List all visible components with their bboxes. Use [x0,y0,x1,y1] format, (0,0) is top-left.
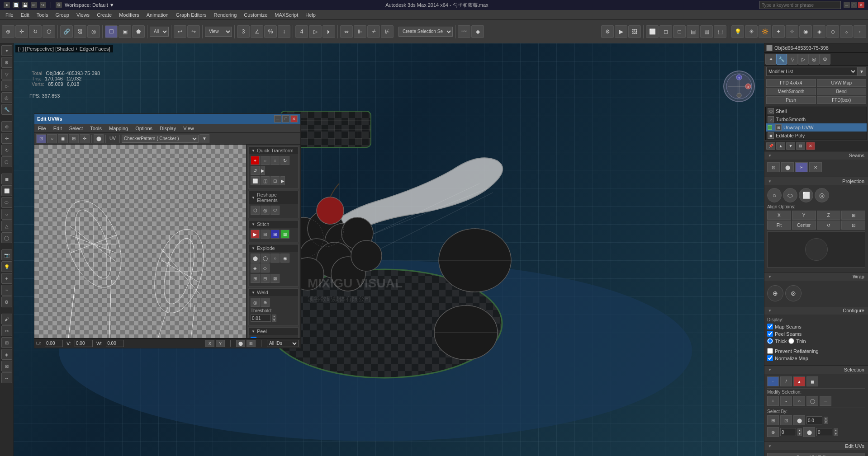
coord-y-btn[interactable]: Y [216,340,225,347]
seams-header[interactable]: Seams [764,151,868,160]
uvw-menu-mapping[interactable]: Mapping [105,124,132,132]
ex-btn8[interactable]: ⊟ [261,274,270,283]
threshold-input[interactable] [251,315,271,322]
s-btn1[interactable]: ▶ [251,230,260,239]
ex-btn1[interactable]: ⬤ [251,254,260,263]
uvw-tool-select[interactable]: ⊡ [36,134,46,143]
align-btn[interactable]: ⊫ [354,25,366,38]
select-filter[interactable]: All [150,27,169,37]
workspace-icon[interactable]: ⚙ [56,2,62,8]
poly-btn[interactable]: ◼ [1,174,12,184]
material-btn[interactable]: ◆ [471,25,484,38]
viewport-gizmo[interactable]: Y X [723,71,755,102]
view-select[interactable]: View [205,27,232,37]
thick-radio[interactable] [767,338,773,344]
cylinder-btn[interactable]: ⬭ [1,197,12,208]
light3-btn[interactable]: 🔆 [759,25,771,38]
reshape-header[interactable]: Reshape Elements [249,191,298,204]
render-btn[interactable]: ▶ [615,25,627,38]
paint-btn[interactable]: 🖌 [1,314,12,324]
prevent-check[interactable] [767,348,773,354]
selby-up1[interactable]: ▲ [824,417,828,420]
move-tool-btn[interactable]: ✛ [1,133,12,144]
align3-btn[interactable]: ⊭ [381,25,394,38]
sel-face-btn[interactable]: ▲ [793,376,805,386]
modifier-meshsmooth[interactable]: MeshSmooth [766,88,816,95]
uvw-menu-select[interactable]: Select [66,124,87,132]
qt-btn8[interactable]: ⊡ [270,176,280,185]
uvw-menu-edit[interactable]: Edit [50,124,66,132]
uvw-tool-circle[interactable]: ○ [47,134,57,143]
ex-btn5[interactable]: ◈ [251,263,260,273]
select-obj-btn[interactable]: ⊕ [1,121,12,132]
num-1-btn[interactable]: 4 [295,25,308,38]
thin-radio[interactable] [788,338,794,344]
named-selection[interactable]: Create Selection Set [398,27,453,37]
chamfer-btn[interactable]: ◈ [1,349,12,360]
selby-down1[interactable]: ▼ [824,420,828,424]
seam-btn3[interactable]: ✂ [795,162,808,172]
align-z-btn[interactable]: Z [817,211,841,220]
torus-btn[interactable]: ◯ [1,232,12,243]
close-btn[interactable]: ✕ [858,2,864,8]
system-btn[interactable]: ⚙ [1,296,12,307]
ex-btn4[interactable]: ◉ [280,254,289,263]
redo-scene-btn[interactable]: ↪ [187,25,200,38]
save-icon[interactable]: 💾 [22,2,28,8]
qt-btn4[interactable]: ↻ [280,156,289,165]
point-select-btn[interactable]: ☐ [105,25,118,38]
uvw-tool-poly[interactable]: ◼ [58,134,68,143]
sel-vert-btn[interactable]: · [767,376,779,386]
projection-header[interactable]: Projection [764,177,868,185]
qt-btn1[interactable]: + [251,156,260,165]
rotate-btn[interactable]: ↻ [29,25,42,38]
scale-tool-btn[interactable]: ⬡ [1,156,12,167]
threshold-up[interactable]: ▲ [272,315,276,318]
re-btn2[interactable]: ◎ [261,206,270,215]
fit-btn[interactable]: Fit [767,221,791,230]
map-seams-check[interactable] [767,324,773,329]
bridge-btn[interactable]: ⊠ [1,361,12,371]
qt-expand[interactable]: ▶ [261,166,265,175]
modifier-ffdbox[interactable]: FFD(box) [817,96,867,104]
uvw-menu-display[interactable]: Display [156,124,180,132]
wrap-btn1[interactable]: ⊕ [767,285,783,301]
minimize-btn[interactable]: ─ [844,2,850,8]
snap-spinner-btn[interactable]: ↕ [278,25,290,38]
proj-box-btn[interactable]: ⬜ [799,188,813,202]
mirror-btn[interactable]: ⇔ [340,25,353,38]
window-select-btn[interactable]: ▣ [119,25,131,38]
display-tab-btn[interactable]: ◎ [809,54,820,65]
stack-up-btn[interactable]: ▲ [776,142,785,150]
menu-graph-editors[interactable]: Graph Editors [172,11,210,19]
s-btn3[interactable]: ⊞ [270,230,280,239]
modifier-list-arrow[interactable]: ▼ [857,67,866,76]
sel-by-btn1[interactable]: ⊞ [767,415,779,425]
configure-header[interactable]: Configure [764,306,868,315]
tool4-btn[interactable]: ▤ [687,25,699,38]
camera-btn[interactable]: 📷 [1,249,12,260]
curve-btn[interactable]: 〰 [458,25,470,38]
menu-maxscript[interactable]: MAXScript [271,11,302,19]
uvw-tool-freeform[interactable]: ⬤ [94,134,104,143]
flip-btn[interactable]: ↔ [1,372,12,383]
qt-btn6[interactable]: ⬜ [251,176,260,185]
weld-header[interactable]: Weld [249,289,298,296]
tool2-btn[interactable]: ◻ [659,25,672,38]
w-btn2[interactable]: ⊕ [261,298,270,307]
uvw-tool-select2[interactable]: ⊞ [69,134,79,143]
snap-percent-btn[interactable]: % [264,25,277,38]
explode-header[interactable]: Explode [249,244,298,252]
proj-cyl-btn[interactable]: ⬭ [783,188,797,202]
peel-uvw-header[interactable]: Peel [249,328,298,335]
sel-by-val3[interactable] [816,428,832,436]
light7-btn[interactable]: ◈ [813,25,825,38]
helper-btn[interactable]: + [1,273,12,284]
coord-x-btn[interactable]: X [205,340,214,347]
seam-btn2[interactable]: ⬤ [781,162,794,172]
bind-btn[interactable]: ◎ [87,25,100,38]
menu-views[interactable]: Views [73,11,93,19]
motion-btn[interactable]: ▷ [1,80,12,91]
menu-customize[interactable]: Customize [240,11,271,19]
qt-btn7[interactable]: ◫ [261,176,270,185]
